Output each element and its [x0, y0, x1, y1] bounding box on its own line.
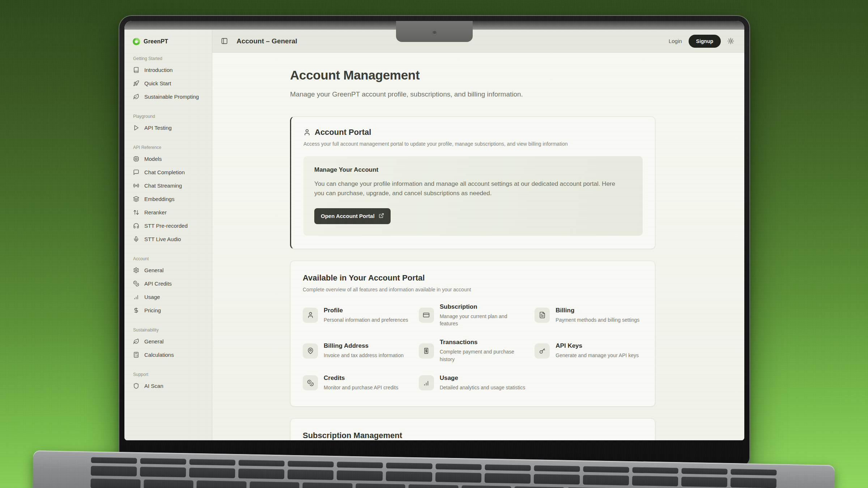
sidebar-item-general[interactable]: General	[132, 264, 207, 277]
sidebar-item-models[interactable]: Models	[132, 152, 207, 166]
page-subtitle: Manage your GreenPT account profile, sub…	[290, 90, 744, 98]
app-window: GreenPT Getting StartedIntroductionQuick…	[124, 30, 744, 440]
sidebar-nav: Getting StartedIntroductionQuick StartSu…	[132, 56, 207, 393]
calculator-icon	[133, 352, 139, 358]
sidebar-item-stt-pre-recorded[interactable]: STT Pre-recorded	[132, 219, 207, 232]
feature-title: Credits	[324, 374, 398, 382]
keyboard-key	[238, 468, 285, 479]
sidebar-item-chat-completion[interactable]: Chat Completion	[132, 166, 207, 179]
sidebar-item-label: Embeddings	[144, 196, 174, 202]
keyboard-key	[731, 469, 776, 475]
leaf-icon	[133, 338, 139, 344]
features-card-title: Available in Your Account Portal	[303, 273, 643, 283]
mic-icon	[133, 236, 139, 242]
keyboard-key	[632, 476, 678, 486]
keyboard-key	[435, 472, 481, 483]
keyboard-key	[90, 479, 140, 488]
sidebar-item-label: Usage	[144, 294, 160, 300]
sidebar-item-api-credits[interactable]: API Credits	[132, 277, 207, 290]
play-icon	[133, 125, 139, 131]
features-card-subtitle: Complete overview of all features and in…	[303, 287, 643, 292]
laptop-screen-bezel: GreenPT Getting StartedIntroductionQuick…	[119, 16, 749, 466]
sidebar-item-label: Sustainable Prompting	[144, 94, 199, 100]
keyboard-key	[681, 468, 727, 475]
sidebar-item-sustainable-prompting[interactable]: Sustainable Prompting	[132, 90, 207, 103]
sidebar-item-label: General	[144, 267, 163, 273]
keyboard-key	[386, 463, 432, 469]
bars-icon	[133, 294, 139, 300]
user-icon	[303, 129, 311, 136]
keyboard-key	[337, 470, 383, 481]
sidebar-item-label: Quick Start	[144, 80, 171, 86]
subscription-management-title: Subscription Management	[303, 431, 643, 440]
sidebar-item-reranker[interactable]: Reranker	[132, 206, 207, 219]
sidebar-item-usage[interactable]: Usage	[132, 290, 207, 304]
feature-description: Payment methods and billing settings	[556, 316, 639, 324]
sidebar-section-label: Account	[132, 256, 207, 261]
sidebar-item-ai-scan[interactable]: AI Scan	[132, 379, 207, 393]
sidebar-section-account: AccountGeneralAPI CreditsUsagePricing	[132, 256, 207, 317]
sidebar-item-embeddings[interactable]: Embeddings	[132, 192, 207, 206]
feature-title: Transactions	[440, 339, 527, 346]
topbar-title: Account – General	[237, 37, 297, 45]
sidebar-item-quick-start[interactable]: Quick Start	[132, 77, 207, 90]
sidebar-item-general[interactable]: General	[132, 335, 207, 348]
cpu-icon	[133, 156, 139, 162]
open-account-portal-button[interactable]: Open Account Portal	[314, 208, 391, 224]
sidebar-section-label: Support	[132, 372, 207, 377]
features-card: Available in Your Account Portal Complet…	[290, 261, 655, 407]
feature-text: CreditsMonitor and purchase API credits	[324, 374, 398, 391]
keyboard-key	[302, 482, 352, 488]
book-icon	[133, 67, 139, 73]
keyboard-key	[408, 484, 458, 488]
theme-toggle-sun-icon[interactable]	[727, 38, 734, 44]
feature-text: UsageDetailed analytics and usage statis…	[440, 374, 526, 391]
keyboard-key	[632, 467, 678, 474]
keyboard-key	[583, 466, 629, 473]
user-icon	[303, 308, 318, 323]
sidebar-section-api-reference: API ReferenceModelsChat CompletionChat S…	[132, 145, 207, 246]
sidebar-item-label: Chat Completion	[144, 169, 185, 175]
keyboard-key	[288, 461, 334, 467]
sidebar-section-label: API Reference	[132, 145, 207, 150]
feature-description: Manage your current plan and features	[440, 313, 527, 328]
sidebar-item-introduction[interactable]: Introduction	[132, 63, 207, 77]
feature-title: Billing Address	[324, 342, 404, 350]
manage-account-title: Manage Your Account	[314, 166, 632, 174]
sidebar-item-label: Reranker	[144, 209, 167, 215]
coins-icon	[303, 375, 318, 390]
login-link[interactable]: Login	[669, 38, 682, 44]
laptop-mockup: GreenPT Getting StartedIntroductionQuick…	[0, 0, 868, 488]
sidebar-item-chat-streaming[interactable]: Chat Streaming	[132, 179, 207, 192]
feature-text: API KeysGenerate and manage your API key…	[556, 342, 639, 359]
sidebar-toggle-icon[interactable]	[221, 38, 228, 44]
sidebar-item-pricing[interactable]: Pricing	[132, 304, 207, 317]
signup-button[interactable]: Signup	[689, 35, 721, 48]
sidebar-item-calculations[interactable]: Calculations	[132, 348, 207, 361]
coins-icon	[133, 281, 139, 287]
feature-billing: BillingPayment methods and billing setti…	[535, 303, 643, 328]
manage-account-body: You can change your profile information …	[314, 179, 625, 198]
brand-logo[interactable]: GreenPT	[132, 36, 207, 46]
sidebar-item-api-testing[interactable]: API Testing	[132, 121, 207, 134]
open-account-portal-label: Open Account Portal	[321, 213, 375, 219]
keyboard-key	[534, 465, 580, 472]
file-icon	[535, 308, 550, 323]
sidebar-item-label: AI Scan	[144, 383, 163, 389]
main-content: Account Management Manage your GreenPT a…	[212, 53, 744, 440]
keyboard-key	[189, 468, 235, 478]
pin-icon	[303, 343, 318, 359]
receipt-icon	[419, 343, 434, 359]
feature-text: Billing AddressInvoice and tax address i…	[324, 342, 404, 359]
feature-usage: UsageDetailed analytics and usage statis…	[419, 374, 527, 391]
page-title: Account Management	[290, 68, 744, 82]
sidebar-item-label: Models	[144, 156, 162, 162]
sidebar-item-label: Chat Streaming	[144, 183, 182, 189]
feature-transactions: TransactionsComplete payment and purchas…	[419, 339, 527, 363]
account-portal-description: Access your full account management port…	[303, 141, 643, 147]
keyboard-key	[288, 470, 334, 480]
feature-title: Subscription	[440, 303, 527, 311]
sidebar-item-stt-live-audio[interactable]: STT Live Audio	[132, 232, 207, 246]
sidebar-section-label: Getting Started	[132, 56, 207, 61]
feature-billing-address: Billing AddressInvoice and tax address i…	[303, 339, 411, 363]
